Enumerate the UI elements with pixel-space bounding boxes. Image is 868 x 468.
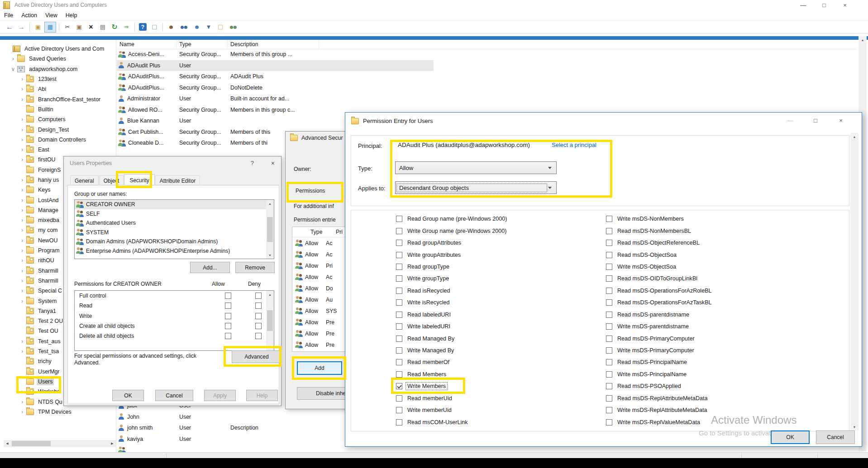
create-group-icon[interactable]: ☻☻: [177, 22, 191, 32]
chevron-icon[interactable]: ›: [19, 177, 25, 183]
forward-icon[interactable]: →: [16, 22, 27, 32]
chevron-icon[interactable]: ›: [19, 147, 25, 153]
principal-column-header[interactable]: Pri: [336, 229, 343, 235]
permission-entry-row[interactable]: Allow Pre: [292, 317, 353, 328]
permission-entry-row[interactable]: Allow Au: [292, 294, 353, 305]
chevron-icon[interactable]: ›: [19, 197, 25, 203]
menu-item[interactable]: View: [41, 12, 62, 19]
scroll-up-icon[interactable]: ▲: [851, 133, 858, 140]
chevron-icon[interactable]: ›: [19, 96, 25, 103]
dialog-scrollbar[interactable]: ▲ ▼: [850, 133, 858, 430]
allow-checkbox[interactable]: [225, 303, 231, 309]
chevron-icon[interactable]: ›: [19, 409, 25, 415]
help-icon[interactable]: ?: [139, 23, 147, 31]
scroll-down-icon[interactable]: ▼: [851, 423, 858, 430]
menu-item[interactable]: File: [0, 12, 17, 19]
filter-icon[interactable]: ▼: [203, 22, 214, 32]
add-to-group-icon[interactable]: ☻: [191, 22, 202, 32]
tree-item[interactable]: Active Directory Users and Com: [4, 44, 116, 54]
export-folder-icon[interactable]: ▣: [33, 22, 43, 32]
permission-checkbox[interactable]: [396, 347, 402, 354]
allow-checkbox[interactable]: [225, 333, 231, 339]
scroll-down-icon[interactable]: ▼: [267, 251, 274, 259]
permission-checkbox[interactable]: [396, 371, 402, 378]
tab[interactable]: Object: [99, 175, 124, 186]
chevron-icon[interactable]: ›: [19, 116, 25, 123]
column-header-name[interactable]: Name: [117, 40, 176, 49]
chevron-icon[interactable]: ›: [19, 338, 25, 345]
permission-checkbox[interactable]: [606, 228, 612, 234]
chevron-icon[interactable]: ›: [19, 247, 25, 254]
permission-checkbox[interactable]: [606, 336, 612, 342]
type-column-header[interactable]: Type: [292, 229, 336, 235]
permission-entry-row[interactable]: Allow Ac: [292, 237, 353, 249]
deny-checkbox[interactable]: [255, 303, 262, 309]
permission-checkbox[interactable]: [396, 383, 402, 389]
applies-to-dropdown[interactable]: Descendant Group objects: [395, 181, 557, 194]
chevron-icon[interactable]: ›: [19, 278, 25, 284]
cut-icon[interactable]: ✂: [62, 22, 73, 32]
permission-checkbox[interactable]: [606, 347, 612, 354]
permission-checkbox[interactable]: [396, 252, 402, 258]
chevron-icon[interactable]: ›: [19, 76, 25, 82]
tree-item[interactable]: › Saved Queries: [4, 54, 116, 64]
permission-checkbox[interactable]: [396, 419, 402, 425]
permission-entry-row[interactable]: Allow Ac: [292, 249, 353, 260]
scroll-up-icon[interactable]: ▲: [267, 200, 274, 207]
tree-item[interactable]: › Domain Controllers: [4, 135, 116, 145]
tree-item[interactable]: › BranchOffice-East_testor: [4, 94, 116, 104]
scroll-right-icon[interactable]: ▶: [109, 440, 116, 447]
close-button[interactable]: ×: [828, 115, 854, 125]
tree-item[interactable]: › Abi: [4, 84, 116, 94]
group-list-item[interactable]: Authenticated Users: [75, 218, 274, 228]
tree-item[interactable]: › TPM Devices: [4, 407, 116, 417]
ok-button[interactable]: OK: [112, 390, 144, 401]
tab[interactable]: General: [70, 175, 99, 186]
permission-checkbox[interactable]: [606, 395, 612, 402]
apply-button[interactable]: Apply: [204, 390, 236, 401]
type-dropdown[interactable]: Allow: [395, 161, 557, 174]
permission-checkbox[interactable]: [606, 359, 612, 365]
permission-checkbox[interactable]: [606, 216, 612, 222]
tree-item[interactable]: › Design_Test: [4, 124, 116, 134]
chevron-icon[interactable]: ›: [19, 298, 25, 304]
maximize-button[interactable]: □: [803, 115, 828, 125]
properties-window-icon[interactable]: □: [215, 22, 226, 32]
close-button[interactable]: ×: [835, 0, 855, 10]
chevron-icon[interactable]: ›: [19, 127, 25, 133]
permission-checkbox[interactable]: [606, 371, 612, 378]
permission-checkbox[interactable]: [606, 252, 612, 258]
permission-entry-row[interactable]: Allow Pri: [292, 260, 353, 271]
delegate-icon[interactable]: ☻☻: [227, 22, 240, 32]
chevron-icon[interactable]: ›: [19, 217, 25, 223]
permission-checkbox[interactable]: [606, 288, 612, 294]
permission-checkbox[interactable]: [606, 299, 612, 306]
group-list-scrollbar[interactable]: ▲ ▼: [266, 200, 274, 259]
permission-entry-row[interactable]: Allow Pre: [292, 339, 353, 350]
maximize-button[interactable]: □: [814, 0, 835, 10]
permission-checkbox[interactable]: [396, 275, 402, 282]
permission-entry-row[interactable]: Allow Ac: [292, 271, 353, 283]
allow-checkbox[interactable]: [225, 293, 231, 299]
permission-checkbox[interactable]: [396, 312, 402, 318]
permission-checkbox[interactable]: [396, 395, 402, 402]
close-icon[interactable]: ×: [271, 160, 275, 167]
allow-checkbox[interactable]: [225, 323, 231, 329]
permission-checkbox[interactable]: [396, 264, 402, 270]
delete-icon[interactable]: ×: [86, 22, 96, 32]
chevron-icon[interactable]: ›: [19, 237, 25, 244]
group-list-item[interactable]: SYSTEM: [75, 228, 274, 237]
permission-checkbox[interactable]: [606, 240, 612, 246]
scroll-down-icon[interactable]: ▼: [267, 343, 274, 350]
list-row[interactable]: Access-Deni... Security Group... Members…: [117, 49, 434, 60]
permission-checkbox[interactable]: [396, 407, 402, 413]
help-button[interactable]: Help: [246, 390, 278, 401]
back-icon[interactable]: ←: [4, 22, 15, 32]
column-header-type[interactable]: Type: [176, 40, 228, 49]
permission-checkbox[interactable]: [606, 407, 612, 413]
tree-item[interactable]: › 123test: [4, 74, 116, 84]
chevron-icon[interactable]: ›: [19, 388, 25, 395]
advanced-button[interactable]: Advanced: [232, 350, 281, 363]
permission-checkbox[interactable]: [396, 240, 402, 246]
permission-checkbox[interactable]: [606, 275, 612, 282]
